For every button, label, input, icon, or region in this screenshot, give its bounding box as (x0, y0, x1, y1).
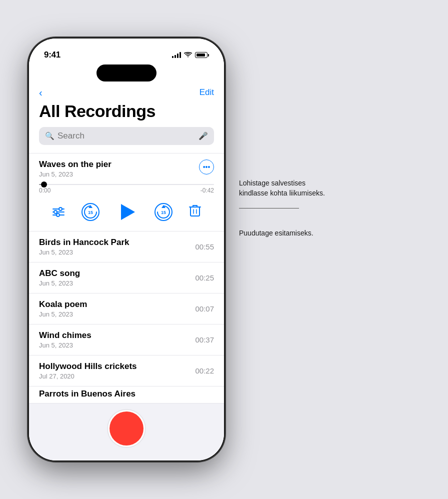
play-icon (121, 204, 135, 220)
playback-controls: 15 15 (39, 194, 214, 231)
recording-item-date: Jun 5, 2023 (39, 342, 195, 349)
svg-text:15: 15 (161, 210, 166, 215)
scrubber-thumb (41, 182, 47, 188)
recording-item-info: Birds in Hancock Park Jun 5, 2023 (39, 238, 195, 256)
svg-point-1 (54, 210, 57, 214)
eq-icon (52, 207, 65, 217)
expanded-recording: Waves on the pier Jun 5, 2023 ••• 0:00 (29, 153, 224, 231)
trash-icon (189, 204, 201, 217)
nav-bar: ‹ Edit (29, 86, 224, 102)
list-item[interactable]: Parrots in Buenos Aires (29, 386, 224, 401)
recording-item-info: ABC song Jun 5, 2023 (39, 268, 195, 287)
scrubber-track (39, 184, 214, 185)
back-button[interactable]: ‹ (39, 88, 42, 98)
dynamic-island (96, 64, 156, 82)
scrubber[interactable]: 0:00 -0:42 (39, 184, 214, 194)
eq-button[interactable] (52, 207, 65, 217)
play-button[interactable] (116, 201, 138, 223)
recording-item-title: Birds in Hancock Park (39, 238, 195, 248)
recording-item-duration: 00:07 (195, 304, 214, 313)
skip-back-icon: 15 (82, 204, 98, 220)
wifi-icon (184, 52, 192, 58)
search-bar[interactable]: 🔍 🎤 (39, 127, 214, 145)
list-item[interactable]: ABC song Jun 5, 2023 00:25 (29, 262, 224, 293)
search-icon: 🔍 (45, 132, 54, 140)
signal-icon (172, 52, 181, 58)
svg-point-5 (56, 214, 60, 216)
recording-item-date: Jun 5, 2023 (39, 280, 195, 287)
skip-forward-icon: 15 (156, 204, 172, 220)
scrubber-annotation: Lohistage salvestises kindlasse kohta li… (239, 178, 369, 198)
recording-item-date: Jun 5, 2023 (39, 310, 195, 318)
phone-frame: 9:41 (29, 38, 224, 460)
more-options-button[interactable]: ••• (199, 160, 214, 174)
edit-button[interactable]: Edit (200, 88, 214, 98)
delete-button[interactable] (189, 204, 201, 220)
recording-item-duration: 00:55 (195, 242, 214, 251)
bottom-toolbar (29, 403, 224, 460)
skip-forward-button[interactable]: 15 (154, 203, 172, 221)
recording-item-info: Wind chimes Jun 5, 2023 (39, 330, 195, 349)
microphone-icon[interactable]: 🎤 (198, 132, 208, 140)
status-icons (172, 52, 209, 58)
annotations-panel: Lohistage salvestises kindlasse kohta li… (239, 178, 369, 242)
play-annotation: Puudutage esitamiseks. (239, 228, 369, 238)
list-item[interactable]: Koala poem Jun 5, 2023 00:07 (29, 293, 224, 324)
svg-rect-10 (190, 207, 200, 216)
search-input[interactable] (58, 131, 196, 141)
page-title: All Recordings (29, 102, 224, 127)
recording-item-title: Wind chimes (39, 330, 195, 340)
content-area: ‹ Edit All Recordings 🔍 🎤 Waves on (29, 86, 224, 403)
recording-item-date: Jul 27, 2020 (39, 372, 195, 380)
remaining-time: -0:42 (200, 187, 214, 194)
record-button[interactable] (110, 412, 144, 446)
recording-item-duration: 00:22 (195, 366, 214, 375)
expanded-recording-info: Waves on the pier Jun 5, 2023 (39, 160, 112, 178)
recording-item-duration: 00:37 (195, 336, 214, 344)
annotation-line-1 (239, 208, 299, 208)
recording-item-title: Parrots in Buenos Aires (39, 389, 214, 399)
svg-point-3 (59, 208, 62, 210)
recording-item-duration: 00:25 (195, 274, 214, 282)
expanded-recording-header: Waves on the pier Jun 5, 2023 ••• (39, 160, 214, 178)
recording-list: Birds in Hancock Park Jun 5, 2023 00:55 … (29, 231, 224, 403)
phone-screen: 9:41 (29, 38, 224, 460)
status-time: 9:41 (44, 50, 60, 60)
recording-item-date: Jun 5, 2023 (39, 248, 195, 256)
list-item[interactable]: Birds in Hancock Park Jun 5, 2023 00:55 (29, 231, 224, 262)
recording-item-title: Koala poem (39, 300, 195, 310)
current-time: 0:00 (39, 187, 50, 194)
recording-item-title: ABC song (39, 268, 195, 278)
recording-item-title: Hollywood Hills crickets (39, 362, 195, 372)
recording-item-info: Parrots in Buenos Aires (39, 389, 214, 399)
svg-text:15: 15 (88, 210, 93, 215)
battery-icon (195, 52, 209, 58)
status-bar: 9:41 (29, 38, 224, 64)
recording-item-info: Hollywood Hills crickets Jul 27, 2020 (39, 362, 195, 380)
scrubber-times: 0:00 -0:42 (39, 187, 214, 194)
skip-back-button[interactable]: 15 (82, 203, 100, 221)
list-item[interactable]: Hollywood Hills crickets Jul 27, 2020 00… (29, 355, 224, 386)
recording-item-info: Koala poem Jun 5, 2023 (39, 300, 195, 318)
back-chevron-icon: ‹ (39, 88, 42, 98)
expanded-recording-date: Jun 5, 2023 (39, 170, 112, 178)
expanded-recording-title: Waves on the pier (39, 160, 112, 170)
list-item[interactable]: Wind chimes Jun 5, 2023 00:37 (29, 324, 224, 355)
